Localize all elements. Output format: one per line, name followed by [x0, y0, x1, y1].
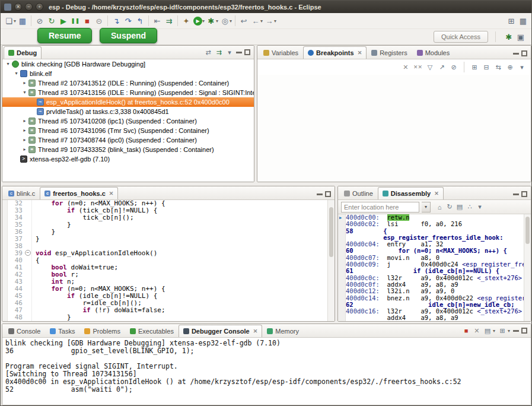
- code-editor[interactable]: 32 for (n=0; n<MAX_HOOKS; n++) {33 if (t…: [2, 200, 335, 321]
- connect-process-icon[interactable]: ⇄: [204, 48, 212, 56]
- console-output[interactable]: blink checking [GDB Hardware Debugging] …: [2, 338, 531, 405]
- show-source-icon[interactable]: ▤: [455, 203, 464, 211]
- tab-blink-c[interactable]: cblink.c: [4, 187, 40, 199]
- tab-registers[interactable]: Registers: [367, 46, 412, 59]
- dropdown-caret-icon[interactable]: ▾: [508, 328, 510, 334]
- restart-icon[interactable]: ↻: [46, 15, 58, 27]
- minimize-view-icon[interactable]: [236, 52, 242, 53]
- dropdown-caret-icon[interactable]: ▾: [202, 18, 205, 24]
- tab-disassembly[interactable]: Disassembly✕: [378, 187, 444, 199]
- tab-outline[interactable]: Outline: [339, 187, 378, 199]
- location-input[interactable]: Enter location here: [341, 202, 419, 212]
- tab-debugger-console[interactable]: Debugger Console✕: [179, 325, 262, 337]
- skip-all-breakpoints-icon[interactable]: ⊘: [34, 15, 46, 27]
- close-tab-icon[interactable]: ✕: [109, 191, 114, 196]
- tab-debug[interactable]: Debug: [4, 46, 42, 59]
- maximize-view-icon[interactable]: [521, 328, 527, 334]
- tab-executables[interactable]: Executables: [125, 325, 179, 337]
- debug-tree-item[interactable]: ▸≡Thread #5 1073410208 (ipc1) (Suspended…: [2, 116, 254, 126]
- save-icon[interactable]: ▦: [17, 15, 28, 27]
- run-icon[interactable]: ▶: [193, 17, 202, 26]
- remove-launch-icon[interactable]: ✕: [473, 326, 481, 335]
- expand-arrow-icon[interactable]: ▸: [21, 116, 28, 126]
- add-breakpoint-icon[interactable]: ⊕: [506, 63, 514, 71]
- step-over-icon[interactable]: ↷: [122, 15, 134, 27]
- tab-variables[interactable]: Variables: [259, 46, 303, 59]
- debug-tree-item[interactable]: >xtensa-esp32-elf-gdb (7.10): [2, 154, 254, 164]
- minimize-view-icon[interactable]: [317, 194, 323, 195]
- show-breakpoints-for-target-icon[interactable]: ▽: [426, 63, 434, 71]
- refresh-icon[interactable]: ↻: [445, 203, 454, 211]
- resume-icon[interactable]: ▶: [58, 15, 69, 27]
- terminate-icon[interactable]: ■: [81, 15, 93, 27]
- forward-icon[interactable]: →: [263, 15, 275, 27]
- last-edit-location-icon[interactable]: ↩: [238, 15, 250, 27]
- debug-tree-item[interactable]: →prvIdleTask() at tasks.c:3,338 0x400845…: [2, 107, 254, 116]
- maximize-window-button[interactable]: +: [36, 3, 43, 11]
- track-expression-icon[interactable]: ∴: [466, 203, 474, 211]
- close-tab-icon[interactable]: ✕: [253, 328, 258, 334]
- remove-all-breakpoints-icon[interactable]: ✕✕: [413, 63, 422, 71]
- debug-tree-item[interactable]: ▸≡Thread #2 1073413512 (IDLE : Running) …: [2, 78, 254, 88]
- dropdown-caret-icon[interactable]: ▾: [14, 18, 16, 24]
- maximize-view-icon[interactable]: [244, 49, 250, 55]
- tab-breakpoints[interactable]: Breakpoints✕: [303, 46, 367, 59]
- go-to-file-icon[interactable]: ↗: [438, 63, 446, 71]
- display-console-icon[interactable]: ▤: [483, 326, 492, 335]
- view-menu-icon[interactable]: ▾: [476, 203, 484, 211]
- tab-tasks[interactable]: Tasks: [45, 325, 79, 337]
- dropdown-caret-icon[interactable]: ▾: [493, 328, 495, 334]
- expand-all-icon[interactable]: ⊞: [470, 63, 479, 71]
- tab-modules[interactable]: Modules: [412, 46, 455, 59]
- debug-tree-item[interactable]: ▾≡Thread #3 1073413156 (IDLE : Running) …: [2, 88, 254, 97]
- search-icon[interactable]: ◎: [219, 15, 231, 27]
- open-console-icon[interactable]: ⊞: [498, 326, 506, 335]
- view-menu-icon[interactable]: ▾: [225, 48, 234, 56]
- expand-arrow-icon[interactable]: ▸: [21, 126, 28, 135]
- editor-scrollbar[interactable]: [327, 200, 335, 321]
- close-tab-icon[interactable]: ✕: [358, 50, 362, 56]
- scrollbar-thumb[interactable]: [329, 207, 333, 257]
- dropdown-caret-icon[interactable]: ▾: [260, 18, 263, 24]
- fold-marker-icon[interactable]: −: [25, 250, 31, 256]
- tab-memory[interactable]: Memory: [262, 325, 304, 337]
- expand-arrow-icon[interactable]: ▸: [21, 145, 28, 154]
- debug-perspective-icon[interactable]: ✱: [503, 31, 515, 43]
- minimize-window-button[interactable]: −: [25, 3, 33, 11]
- dropdown-caret-icon[interactable]: ▾: [216, 18, 218, 24]
- remove-breakpoint-icon[interactable]: ✕: [402, 63, 410, 71]
- tab-console[interactable]: Console: [4, 325, 45, 337]
- step-return-icon[interactable]: ↰: [134, 15, 146, 27]
- expand-arrow-icon[interactable]: ▸: [21, 78, 28, 88]
- close-window-button[interactable]: ✕: [14, 3, 22, 11]
- debug-tree-item[interactable]: ▾blink checking [GDB Hardware Debugging]: [2, 59, 254, 69]
- expand-arrow-icon[interactable]: ▸: [21, 135, 28, 145]
- debug-tree-item[interactable]: →esp_vApplicationIdleHook() at freertos_…: [2, 97, 254, 107]
- maximize-view-icon[interactable]: [325, 191, 331, 197]
- close-tab-icon[interactable]: ✕: [434, 191, 439, 196]
- c-cpp-perspective-icon[interactable]: ▣: [515, 31, 527, 43]
- collapse-arrow-icon[interactable]: ▾: [13, 69, 20, 78]
- tab-freertos-hooks-c[interactable]: cfreertos_hooks.c✕: [40, 187, 118, 199]
- minimize-view-icon[interactable]: [513, 53, 519, 55]
- quick-access-button[interactable]: Quick Access: [434, 31, 488, 43]
- skip-all-breakpoints-icon[interactable]: ⊘: [450, 63, 458, 71]
- instruction-stepping-icon[interactable]: ⇉: [163, 15, 175, 27]
- launch-wizard-icon[interactable]: ✦: [180, 15, 192, 27]
- debug-tree-item[interactable]: ▾blink.elf: [2, 69, 254, 78]
- maximize-view-icon[interactable]: [521, 50, 527, 56]
- maximize-view-icon[interactable]: [521, 191, 527, 197]
- view-menu-icon[interactable]: ▾: [518, 63, 526, 71]
- home-icon[interactable]: ⌂: [435, 203, 444, 211]
- suspend-icon[interactable]: ❚❚: [69, 15, 81, 27]
- dropdown-caret-icon[interactable]: ▾: [274, 18, 276, 24]
- debug-tree-item[interactable]: ▸≡Thread #6 1073431096 (Tmr Svc) (Suspen…: [2, 126, 254, 135]
- location-dropdown-icon[interactable]: ▾: [422, 202, 431, 212]
- step-into-icon[interactable]: ↴: [110, 15, 122, 27]
- minimize-view-icon[interactable]: [513, 194, 519, 195]
- link-with-debug-view-icon[interactable]: ⇆: [494, 63, 502, 71]
- dropdown-caret-icon[interactable]: ▾: [230, 18, 232, 24]
- tab-problems[interactable]: Problems: [79, 325, 125, 337]
- scrollbar-thumb[interactable]: [525, 217, 530, 244]
- disassembly-scrollbar[interactable]: [524, 214, 531, 321]
